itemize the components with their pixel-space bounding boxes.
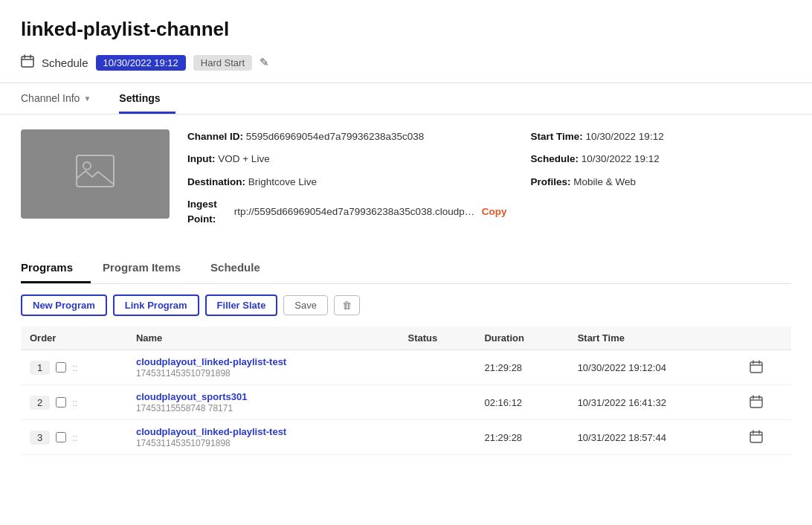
row-checkbox-1[interactable]: [56, 362, 66, 373]
chevron-down-icon: ▼: [83, 94, 91, 103]
svg-rect-3: [750, 362, 762, 373]
program-link-2[interactable]: cloudplayout_sports301: [136, 391, 390, 402]
tab-channel-info[interactable]: Channel Info ▼: [21, 83, 106, 114]
row-checkbox-3[interactable]: [56, 432, 66, 442]
schedule-bar: Schedule 10/30/2022 19:12 Hard Start ✎: [21, 54, 791, 71]
drag-handle-icon[interactable]: ::: [72, 362, 77, 373]
details-col-right: Start Time: 10/30/2022 19:12 Schedule: 1…: [531, 129, 791, 234]
top-tab-bar: Channel Info ▼ Settings: [21, 83, 791, 114]
calendar-schedule-icon: [21, 54, 34, 71]
name-cell-1: cloudplayout_linked-playlist-test 174531…: [127, 350, 399, 385]
col-duration: Duration: [475, 326, 568, 350]
save-button[interactable]: Save: [283, 295, 328, 315]
delete-button[interactable]: 🗑: [334, 295, 360, 315]
calendar-cell-2: [741, 385, 791, 420]
program-link-3[interactable]: cloudplayout_linked-playlist-test: [136, 426, 390, 437]
calendar-icon-1[interactable]: [750, 363, 763, 376]
order-number: 2: [30, 396, 50, 410]
destination-row: Destination: Brightcove Live: [187, 175, 507, 190]
order-number: 3: [30, 431, 50, 445]
filler-slate-button[interactable]: Filler Slate: [205, 294, 278, 316]
schedule-label: Schedule: [42, 57, 88, 69]
start-time-cell-3: 10/31/2022 18:57:44: [569, 420, 741, 455]
svg-rect-4: [750, 397, 762, 408]
channel-id-row: Channel ID: 5595d66969054ed7a79936238a35…: [187, 129, 507, 144]
col-name: Name: [127, 326, 399, 350]
top-tabs-section: Channel Info ▼ Settings: [0, 83, 812, 115]
channel-details: Channel ID: 5595d66969054ed7a79936238a35…: [187, 129, 791, 234]
copy-button[interactable]: Copy: [482, 204, 507, 219]
tab-settings[interactable]: Settings: [119, 83, 175, 114]
content-section: Channel ID: 5595d66969054ed7a79936238a35…: [0, 115, 812, 470]
channel-info-row: Channel ID: 5595d66969054ed7a79936238a35…: [21, 129, 791, 234]
col-actions: [741, 326, 791, 350]
status-cell-3: [399, 420, 476, 455]
table-row: 3 :: cloudplayout_linked-playlist-test 1…: [21, 420, 791, 455]
program-link-1[interactable]: cloudplayout_linked-playlist-test: [136, 356, 390, 367]
program-id-3: 1745311453510791898: [136, 438, 231, 448]
details-col-left: Channel ID: 5595d66969054ed7a79936238a35…: [187, 129, 507, 234]
image-placeholder-icon: [76, 155, 115, 194]
hard-start-badge: Hard Start: [193, 55, 252, 71]
duration-cell-1: 21:29:28: [475, 350, 568, 385]
table-row: 1 :: cloudplayout_linked-playlist-test 1…: [21, 350, 791, 385]
row-checkbox-2[interactable]: [56, 397, 66, 408]
schedule-row: Schedule: 10/30/2022 19:12: [531, 152, 791, 167]
table-header: Order Name Status Duration Start Time: [21, 326, 791, 350]
trash-icon: 🗑: [342, 300, 352, 311]
drag-handle-icon[interactable]: ::: [72, 397, 77, 408]
input-row: Input: VOD + Live: [187, 152, 507, 167]
program-id-2: 17453115558748 78171: [136, 403, 233, 413]
col-start-time: Start Time: [569, 326, 741, 350]
actions-bar: New Program Link Program Filler Slate Sa…: [21, 294, 791, 316]
start-time-row: Start Time: 10/30/2022 19:12: [531, 129, 791, 144]
calendar-cell-1: [741, 350, 791, 385]
program-id-1: 1745311453510791898: [136, 368, 231, 379]
svg-rect-1: [77, 155, 114, 187]
table-body: 1 :: cloudplayout_linked-playlist-test 1…: [21, 350, 791, 455]
status-cell-1: [399, 350, 476, 385]
table-header-row: Order Name Status Duration Start Time: [21, 326, 791, 350]
order-cell-2: 2 ::: [21, 385, 127, 420]
tab-program-items[interactable]: Program Items: [103, 255, 199, 283]
col-status: Status: [399, 326, 476, 350]
drag-handle-icon[interactable]: ::: [72, 432, 77, 443]
calendar-cell-3: [741, 420, 791, 455]
link-program-button[interactable]: Link Program: [113, 294, 199, 316]
program-tabs: Programs Program Items Schedule: [21, 255, 791, 284]
edit-icon[interactable]: ✎: [260, 56, 269, 69]
name-cell-3: cloudplayout_linked-playlist-test 174531…: [127, 420, 399, 455]
svg-rect-5: [750, 432, 762, 442]
programs-table: Order Name Status Duration Start Time 1 …: [21, 326, 791, 455]
channel-thumbnail: [21, 129, 170, 219]
svg-point-2: [83, 162, 91, 170]
tab-programs[interactable]: Programs: [21, 255, 91, 283]
page: linked-playlist-channel Schedule 10/30/2…: [0, 0, 812, 525]
start-time-cell-2: 10/31/2022 16:41:32: [569, 385, 741, 420]
table-row: 2 :: cloudplayout_sports301 174531155587…: [21, 385, 791, 420]
status-cell-2: [399, 385, 476, 420]
duration-cell-2: 02:16:12: [475, 385, 568, 420]
start-time-cell-1: 10/30/2022 19:12:04: [569, 350, 741, 385]
order-cell-1: 1 ::: [21, 350, 127, 385]
page-title: linked-playlist-channel: [21, 18, 791, 41]
order-cell-3: 3 ::: [21, 420, 127, 455]
calendar-icon-3[interactable]: [750, 433, 763, 445]
header-section: linked-playlist-channel Schedule 10/30/2…: [0, 0, 812, 83]
duration-cell-3: 21:29:28: [475, 420, 568, 455]
name-cell-2: cloudplayout_sports301 17453115558748 78…: [127, 385, 399, 420]
profiles-row: Profiles: Mobile & Web: [531, 175, 791, 190]
col-order: Order: [21, 326, 127, 350]
calendar-icon-2[interactable]: [750, 398, 763, 410]
svg-rect-0: [22, 57, 33, 67]
new-program-button[interactable]: New Program: [21, 294, 107, 316]
tab-schedule[interactable]: Schedule: [210, 255, 278, 283]
ingest-point-row: Ingest Point: rtp://5595d66969054ed7a799…: [187, 197, 507, 228]
date-badge: 10/30/2022 19:12: [96, 55, 186, 71]
order-number: 1: [30, 361, 50, 375]
